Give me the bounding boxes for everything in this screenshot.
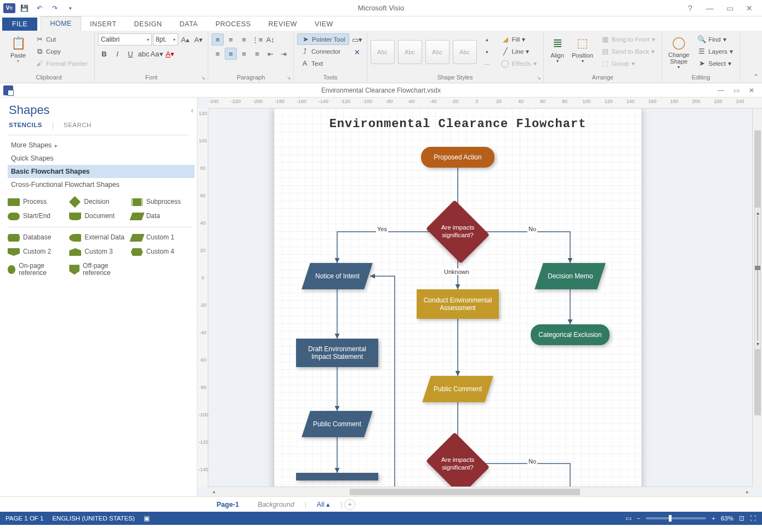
align-right-icon[interactable]: ≡: [238, 48, 250, 60]
node-next-cut[interactable]: [296, 473, 378, 480]
help-icon[interactable]: ?: [681, 2, 700, 15]
node-impacts-decision[interactable]: Are impacts significant?: [433, 211, 482, 252]
drawing-page[interactable]: Environmental Clearance Flowchart: [274, 108, 641, 496]
horizontal-ruler[interactable]: -240-220-200-180-160-140-120-100-80-60-4…: [208, 98, 762, 108]
italic-icon[interactable]: I: [111, 48, 123, 60]
node-public-comment-left[interactable]: Public Comment: [302, 411, 373, 437]
style-preset-4[interactable]: Abc: [453, 40, 477, 64]
vertical-ruler[interactable]: 120100806040200-20-40-60-80-100-120-140: [197, 108, 208, 487]
shape-custom1[interactable]: Custom 1: [131, 232, 191, 244]
quick-shapes-item[interactable]: Quick Shapes: [8, 152, 195, 165]
shape-custom3[interactable]: Custom 3: [69, 246, 129, 258]
shape-custom2[interactable]: Custom 2: [8, 246, 68, 258]
node-proposed-action[interactable]: Proposed Action: [421, 147, 494, 168]
app-icon[interactable]: V≡: [3, 3, 15, 13]
bullets-icon[interactable]: ⋮≡: [251, 33, 263, 45]
copy-button[interactable]: ⧉Copy: [32, 45, 91, 57]
align-top-icon[interactable]: ≡: [212, 33, 224, 45]
doc-maximize-icon[interactable]: ▭: [729, 85, 743, 96]
shape-subprocess[interactable]: Subprocess: [131, 196, 191, 208]
node-public-comment-mid[interactable]: Public Comment: [422, 376, 493, 402]
strikethrough-icon[interactable]: abc: [138, 48, 150, 60]
horizontal-scrollbar[interactable]: ◂ ▸: [208, 487, 752, 496]
tab-home[interactable]: HOME: [41, 16, 81, 31]
connection-point-icon[interactable]: ✕: [351, 46, 363, 58]
text-tool-button[interactable]: AText: [297, 58, 349, 69]
shape-database[interactable]: Database: [8, 232, 68, 244]
zoom-in-status-icon[interactable]: +: [712, 515, 715, 522]
zoom-level[interactable]: 63%: [721, 515, 733, 522]
select-button[interactable]: ➤Select▾: [694, 58, 736, 69]
status-page[interactable]: PAGE 1 OF 1: [5, 515, 43, 522]
connector-tool-button[interactable]: ⤴Connector: [297, 45, 349, 57]
paste-button[interactable]: 📋 Paste ▾: [7, 33, 30, 70]
close-icon[interactable]: ✕: [740, 2, 759, 15]
decrease-font-icon[interactable]: A▾: [192, 33, 204, 45]
h-scroll-thumb[interactable]: [350, 489, 580, 495]
group-button[interactable]: ⬚Group▾: [598, 58, 659, 69]
zoom-out-status-icon[interactable]: −: [637, 515, 641, 522]
bring-to-front-button[interactable]: ▦Bring to Front▾: [598, 33, 659, 45]
align-middle-icon[interactable]: ≡: [225, 33, 237, 45]
doc-minimize-icon[interactable]: —: [714, 85, 728, 96]
shape-document[interactable]: Document: [69, 210, 129, 222]
zoom-knob[interactable]: [755, 266, 760, 270]
tab-review[interactable]: REVIEW: [260, 18, 306, 31]
change-case-icon[interactable]: Aa▾: [151, 48, 163, 60]
minimize-icon[interactable]: —: [701, 2, 719, 15]
page-tab-background[interactable]: Background: [249, 498, 303, 511]
styles-gallery-up-icon[interactable]: ▴: [481, 33, 493, 45]
qat-customize-icon[interactable]: ▾: [64, 2, 77, 15]
text-direction-icon[interactable]: A↕: [264, 33, 276, 45]
document-icon[interactable]: [3, 85, 13, 95]
cross-functional-stencil[interactable]: Cross-Functional Flowchart Shapes: [8, 178, 195, 191]
tab-insert[interactable]: INSERT: [81, 18, 126, 31]
fit-page-icon[interactable]: ⊡: [739, 514, 744, 522]
shape-custom4[interactable]: Custom 4: [131, 246, 191, 258]
align-button[interactable]: ≣Align▾: [547, 33, 568, 70]
effects-button[interactable]: ◯Effects▾: [498, 58, 540, 69]
increase-indent-icon[interactable]: ⇥: [277, 48, 289, 60]
underline-icon[interactable]: U: [124, 48, 137, 60]
page-tab-1[interactable]: Page-1: [208, 498, 247, 511]
style-preset-3[interactable]: Abc: [425, 40, 450, 64]
shape-styles-launcher-icon[interactable]: ↘: [537, 75, 541, 81]
node-impacts-decision-2[interactable]: Are impacts significant?: [433, 444, 482, 484]
format-painter-button[interactable]: 🖌Format Painter: [32, 58, 91, 69]
font-launcher-icon[interactable]: ↘: [201, 75, 206, 81]
rectangle-tool-icon[interactable]: ▭▾: [351, 33, 363, 45]
style-preset-1[interactable]: Abc: [371, 40, 395, 64]
zoom-slider[interactable]: [646, 517, 706, 519]
cut-button[interactable]: ✂Cut: [32, 33, 91, 45]
pointer-tool-button[interactable]: ➤Pointer Tool: [297, 33, 349, 45]
node-notice-intent[interactable]: Notice of Intent: [302, 263, 373, 289]
layers-button[interactable]: ☰Layers▾: [694, 45, 736, 57]
change-shape-button[interactable]: ◯Change Shape▾: [666, 33, 692, 70]
zoom-out-icon[interactable]: ▾: [757, 341, 759, 347]
diagram-title[interactable]: Environmental Clearance Flowchart: [274, 117, 641, 131]
shape-process[interactable]: Process: [8, 196, 68, 208]
shapes-tab-search[interactable]: SEARCH: [64, 122, 92, 129]
justify-icon[interactable]: ≡: [251, 48, 263, 60]
find-button[interactable]: 🔍Find▾: [694, 33, 736, 45]
shape-external-data[interactable]: External Data: [69, 232, 129, 244]
macro-record-icon[interactable]: ▣: [144, 514, 150, 522]
styles-gallery-down-icon[interactable]: ▾: [481, 46, 493, 58]
shape-onpage-ref[interactable]: On-page reference: [8, 260, 68, 279]
position-button[interactable]: ⬚Position▾: [570, 33, 595, 70]
font-color-icon[interactable]: A▾: [164, 48, 176, 60]
font-size-combo[interactable]: 8pt.▾: [153, 33, 178, 45]
full-screen-icon[interactable]: ⛶: [750, 515, 757, 522]
tab-data[interactable]: DATA: [170, 18, 206, 31]
maximize-icon[interactable]: ▭: [720, 2, 739, 15]
send-to-back-button[interactable]: ▧Send to Back▾: [598, 45, 659, 57]
canvas-scroll[interactable]: Environmental Clearance Flowchart: [208, 108, 762, 496]
status-language[interactable]: ENGLISH (UNITED STATES): [52, 515, 134, 522]
node-categorical-exclusion[interactable]: Categorical Exclusion: [531, 324, 610, 345]
pan-zoom-slider[interactable]: ▴ ▾: [754, 207, 761, 350]
scroll-left-icon[interactable]: ◂: [208, 489, 218, 495]
scroll-right-icon[interactable]: ▸: [742, 489, 752, 495]
shape-offpage-ref[interactable]: Off-page reference: [69, 260, 129, 279]
line-button[interactable]: ╱Line▾: [498, 45, 540, 57]
shapes-pane-collapse-icon[interactable]: ‹: [191, 106, 194, 115]
